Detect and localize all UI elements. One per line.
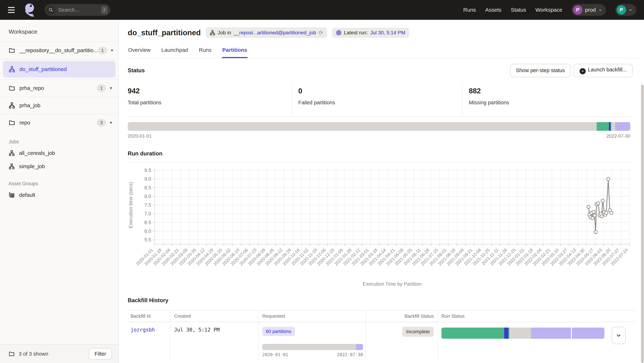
stat-label: Total partitions [128,100,292,106]
user-menu[interactable]: P [615,4,636,16]
latest-run-pill: Latest run: Jul 30, 5:14 PM [332,28,409,38]
sidebar-repo-repository-do-stuff[interactable]: __repository__do_stuff_partitio... 1 ▾ [0,42,118,59]
backfill-history-header: Backfill History [128,297,632,304]
sidebar-job-all-cereals-job[interactable]: all_cereals_job [0,146,118,160]
job-icon [9,66,15,72]
repo-label: prha_repo [20,85,44,91]
job-label: all_cereals_job [19,150,55,156]
backfill-id-link[interactable]: jozrgsbh [130,327,155,333]
svg-text:Execution time (secs): Execution time (secs) [128,182,134,228]
backfill-status-tag: Incomplete [402,327,434,337]
jobs-section-label: Jobs [0,131,118,146]
top-navigation-bar: Search... / Runs Assets Status Workspace… [0,0,644,20]
run-duration-title: Run duration [128,150,162,157]
folder-icon [9,47,15,54]
chevron-down-icon [598,8,602,12]
page-title: do_stuff_partitioned [128,28,201,37]
nav-workspace[interactable]: Workspace [535,7,562,13]
nav-runs[interactable]: Runs [463,7,476,13]
sidebar-asset-group-default[interactable]: default [0,188,118,202]
svg-text:9.5: 9.5 [144,168,151,173]
svg-text:6.5: 6.5 [144,220,151,225]
job-label: do_stuff_partitioned [20,66,67,72]
sidebar-job-simple-job[interactable]: simple_job [0,160,118,173]
latest-run-link[interactable]: Jul 30, 5:14 PM [370,30,405,36]
stat-value: 0 [298,87,462,95]
reload-icon[interactable]: ⟳ [318,30,323,36]
search-placeholder: Search... [58,7,79,13]
svg-text:9.0: 9.0 [144,176,151,182]
latest-run-label: Latest run: [344,30,368,36]
repo-count-badge: 1 [98,46,107,54]
svg-text:5.5: 5.5 [144,237,151,242]
sidebar-repo-repo[interactable]: repo 3 ▾ [0,114,118,131]
col-created: Created [170,310,258,322]
job-origin-pill: Job in __reposi...artitioned@partitioned… [206,27,327,38]
search-input[interactable]: Search... / [44,4,110,16]
dagster-logo-icon[interactable] [23,2,37,18]
user-avatar: P [617,5,626,14]
plus-circle-icon: + [580,68,586,74]
nav-status[interactable]: Status [511,7,526,13]
range-start: 2020-01-01 [128,133,152,139]
launch-backfill-button[interactable]: +Launch backfill... [574,64,632,77]
tab-launchpad[interactable]: Launchpad [161,44,188,58]
range-end: 2022-07-30 [606,133,630,139]
sidebar-job-prha-job[interactable]: prha_job [0,96,118,114]
repo-count-badge: 3 [97,119,106,127]
folder-icon [9,120,15,126]
requested-range-start: 2020-01-01 [262,352,288,357]
backfill-table-header: Backfill Id Created Requested Backfill S… [127,310,635,322]
folder-icon [9,85,15,92]
search-shortcut-key: / [101,6,108,14]
chevron-down-icon [616,333,621,338]
chevron-down-icon[interactable]: ▾ [110,86,112,90]
requested-range-end: 2022-07-30 [337,352,363,357]
requested-range-bar [262,344,363,350]
run-duration-header: Run duration [128,150,632,162]
job-icon [9,150,15,156]
filter-button[interactable]: Filter [89,348,112,360]
backfill-table: Backfill Id Created Requested Backfill S… [127,310,635,362]
tab-runs[interactable]: Runs [198,44,212,58]
job-icon [9,102,15,109]
tab-overview[interactable]: Overview [128,44,151,58]
tab-partitions[interactable]: Partitions [222,44,248,58]
sidebar-job-do-stuff-partitioned[interactable]: do_stuff_partitioned [3,61,116,78]
show-per-step-status-button[interactable]: Show per-step status [510,64,570,77]
deployment-switcher[interactable]: P prod [572,4,606,16]
chevron-down-icon [628,8,632,12]
stat-label: Failed partitions [298,100,462,106]
run-duration-chart[interactable]: 2020-01-012020-01-182020-02-042020-02-21… [128,164,641,291]
main-content: do_stuff_partitioned Job in __reposi...a… [119,20,641,363]
sidebar-title: Workspace [0,20,118,42]
run-status-bar[interactable] [442,328,604,339]
backfill-history-title: Backfill History [128,297,168,304]
sidebar-selected-wrap: do_stuff_partitioned [0,59,118,78]
requested-partitions-pill[interactable]: 60 partitions [262,327,295,336]
deployment-avatar: P [573,5,582,14]
job-icon [210,30,215,36]
chevron-down-icon[interactable]: ▾ [110,120,112,125]
search-icon [46,6,56,14]
job-origin-link[interactable]: __reposi...artitioned@partitioned_job [234,30,316,36]
vertical-scrollbar[interactable] [641,84,644,363]
deployment-label: prod [585,7,596,13]
stat-label: Missing partitions [469,100,632,106]
sidebar-repo-prha-repo[interactable]: prha_repo 1 ▾ [0,79,118,96]
nav-assets[interactable]: Assets [485,7,501,13]
svg-text:7.0: 7.0 [144,211,151,216]
svg-text:6.0: 6.0 [144,228,151,234]
asset-group-label: default [19,192,35,198]
stat-value: 882 [469,87,632,95]
col-backfill-id: Backfill Id [127,310,170,322]
expand-row-button[interactable] [612,327,626,344]
sidebar-footer: 3 of 3 shown Filter [0,344,118,363]
partition-stats: 942 Total partitions 0 Failed partitions… [128,82,632,117]
partition-status-bar[interactable] [128,122,630,131]
partition-range: 2020-01-01 2022-07-30 [128,133,630,139]
hamburger-menu-icon[interactable] [8,4,20,16]
repo-count-badge: 1 [97,84,106,92]
chevron-down-icon[interactable]: ▾ [111,48,113,53]
job-icon [9,163,15,170]
